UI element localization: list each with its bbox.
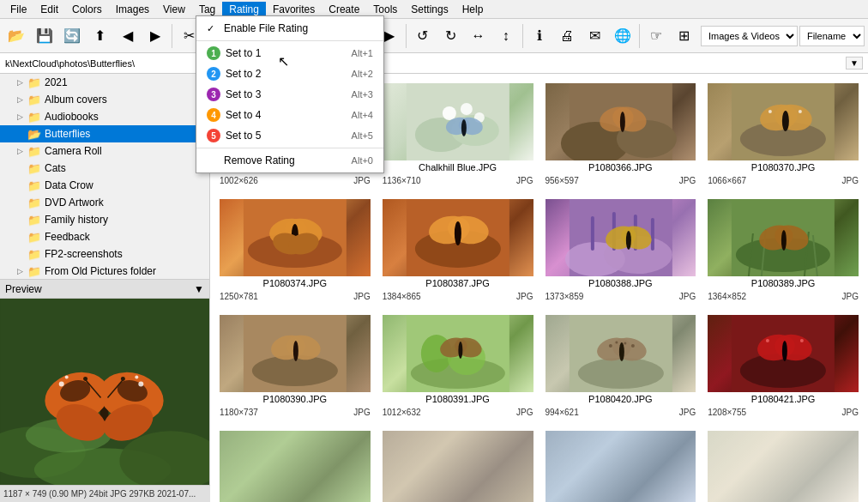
sidebar-item-label-album: Album covers: [45, 94, 107, 106]
photo-item-p1080388[interactable]: P1080388.JPG 1373×859 JPG: [543, 197, 699, 305]
sidebar-item-old-pictures[interactable]: ▷ 📁 From Old Pictures folder: [0, 263, 209, 280]
photo-item-p1080391[interactable]: P1080391.JPG 1012×632 JPG: [380, 312, 536, 421]
preview-status: 1187 × 749 (0.90 MP) 24bit JPG 297KB 202…: [0, 485, 210, 502]
folder-icon-datacrow: 📁: [27, 179, 41, 192]
photo-dims-p1080370: 1066×667: [708, 176, 746, 185]
photo-item-chalkhill[interactable]: Chalkhill Blue.JPG 1136×710 JPG: [380, 81, 536, 190]
menu-rating[interactable]: Rating: [222, 2, 266, 17]
photo-item-p1080374[interactable]: P1080374.JPG 1250×781 JPG: [217, 197, 373, 305]
photo-info-p1080421: 1208×755 JPG: [708, 406, 859, 419]
sidebar-item-camera-roll[interactable]: ▷ 📁 Camera Roll: [0, 142, 209, 160]
expand-icon-camera: ▷: [17, 147, 26, 155]
photo-info-p1080390: 1180×737 JPG: [220, 406, 371, 419]
photo-item-p1080387[interactable]: P1080387.JPG 1384×865 JPG: [380, 197, 536, 305]
menu-create[interactable]: Create: [322, 2, 366, 17]
svg-point-19: [121, 377, 125, 381]
photo-dims-p1080388: 1373×859: [546, 292, 584, 301]
menu-view[interactable]: View: [156, 2, 192, 17]
menu-favorites[interactable]: Favorites: [266, 2, 322, 17]
photo-dims-p1080389: 1364×852: [708, 292, 746, 301]
dropdown-set-4[interactable]: 4 Set to 4 Alt+4: [196, 105, 383, 125]
menu-file[interactable]: File: [3, 2, 33, 17]
rating-circle-2: 2: [207, 67, 220, 81]
rating-dropdown: ✓ Enable File Rating 1 Set to 1 Alt+1 2 …: [196, 15, 384, 173]
menu-colors[interactable]: Colors: [65, 2, 109, 17]
dropdown-set-3[interactable]: 3 Set to 3 Alt+3: [196, 84, 383, 105]
toolbar-rotate-right[interactable]: ↻: [437, 22, 463, 50]
sidebar-item-fp2[interactable]: 📁 FP2-screenshots: [0, 245, 209, 263]
dropdown-set-1[interactable]: 1 Set to 1 Alt+1: [196, 43, 383, 64]
toolbar-new[interactable]: 📂: [3, 22, 29, 50]
menu-settings[interactable]: Settings: [404, 2, 455, 17]
menu-images[interactable]: Images: [109, 2, 156, 17]
menu-tools[interactable]: Tools: [366, 2, 404, 17]
sidebar-item-data-crow[interactable]: 📁 Data Crow: [0, 177, 209, 194]
photo-item-p1080420[interactable]: P1080420.JPG 994×621 JPG: [543, 312, 699, 421]
toolbar-up[interactable]: ⬆: [87, 22, 112, 50]
rating-circle-5: 5: [207, 129, 220, 142]
sidebar-item-2021[interactable]: ▷ 📁 2021: [0, 74, 209, 91]
preview-label: Preview: [5, 283, 42, 295]
photo-type-p1080421: JPG: [842, 408, 859, 417]
rating-circle-3: 3: [207, 88, 220, 101]
svg-rect-62: [590, 216, 594, 251]
checkmark-icon: ✓: [207, 23, 220, 34]
toolbar-cursor[interactable]: ☞: [643, 22, 669, 50]
sidebar-item-album-covers[interactable]: ▷ 📁 Album covers: [0, 91, 209, 108]
photo-item-p1080390[interactable]: P1080390.JPG 1180×737 JPG: [217, 312, 373, 421]
sidebar-item-audiobooks[interactable]: ▷ 📁 Audiobooks: [0, 108, 209, 125]
photo-item-p1080366[interactable]: P1080366.JPG 956×597 JPG: [543, 81, 699, 190]
toolbar-save[interactable]: 💾: [31, 22, 57, 50]
svg-point-95: [615, 342, 618, 344]
photo-item-p1080437[interactable]: P1080437.JPG: [380, 428, 536, 502]
menu-edit[interactable]: Edit: [33, 2, 65, 17]
sidebar-item-label-family: Family history: [45, 214, 108, 226]
toolbar-flip-h[interactable]: ↔: [465, 22, 491, 50]
menu-tag[interactable]: Tag: [192, 2, 222, 17]
photo-item-p1080389[interactable]: P1080389.JPG 1364×852 JPG: [705, 197, 861, 305]
sort-select[interactable]: Filename Date Size: [799, 26, 865, 46]
svg-point-68: [625, 231, 630, 250]
toolbar-info[interactable]: ℹ: [527, 22, 552, 50]
folder-icon-camera: 📁: [27, 145, 41, 158]
sidebar-item-butterflies[interactable]: 📂 Butterflies: [0, 125, 209, 142]
expand-icon-album: ▷: [17, 95, 26, 104]
photo-item-p1080435[interactable]: P1080435.JPG: [217, 428, 373, 502]
sidebar-item-feedback[interactable]: 📁 Feedback: [0, 228, 209, 245]
toolbar-select-all[interactable]: ⊞: [672, 22, 697, 50]
expand-icon-family: [17, 215, 26, 224]
folder-icon-feedback: 📁: [27, 231, 41, 244]
photo-info-p1080389: 1364×852 JPG: [708, 290, 859, 303]
dropdown-set-2[interactable]: 2 Set to 2 Alt+2: [196, 64, 383, 84]
dropdown-set-5[interactable]: 5 Set to 5 Alt+5: [196, 125, 383, 146]
toolbar-forward[interactable]: ▶: [142, 22, 168, 50]
photo-thumb-p1080420: [546, 315, 696, 392]
toolbar-rotate-left[interactable]: ↺: [410, 22, 436, 50]
photo-item-p1080650[interactable]: P1080650.JPG: [705, 428, 861, 502]
sidebar-item-label-audiobooks: Audiobooks: [45, 111, 99, 123]
dropdown-remove-rating[interactable]: Remove Rating Alt+0: [196, 150, 383, 171]
sidebar-item-dvd[interactable]: 📁 DVD Artwork: [0, 194, 209, 211]
view-type-select[interactable]: Images & Videos All Files Images Only: [701, 26, 798, 46]
preview-header[interactable]: Preview ▼: [0, 280, 209, 299]
toolbar-back[interactable]: ◀: [114, 22, 140, 50]
sidebar-item-cats[interactable]: 📁 Cats: [0, 160, 209, 177]
toolbar-refresh[interactable]: 🔄: [59, 22, 85, 50]
photo-item-p1080370[interactable]: P1080370.JPG 1066×667 JPG: [705, 81, 861, 190]
photo-type-p1080390: JPG: [353, 408, 370, 417]
photo-thumb-p1080387: [383, 199, 533, 276]
photo-item-p1080560[interactable]: P1080560.JPG: [543, 428, 699, 502]
sidebar-item-family-history[interactable]: 📁 Family history: [0, 211, 209, 228]
svg-point-44: [782, 111, 789, 131]
toolbar-flip-v[interactable]: ↕: [493, 22, 519, 50]
remove-shortcut: Alt+0: [352, 155, 373, 166]
photo-item-p1080421[interactable]: P1080421.JPG 1208×755 JPG: [705, 312, 861, 421]
toolbar-web[interactable]: 🌐: [610, 22, 636, 50]
photo-name-p1080420: P1080420.JPG: [546, 392, 696, 406]
toolbar-print[interactable]: 🖨: [554, 22, 580, 50]
dropdown-enable-rating[interactable]: ✓ Enable File Rating: [196, 18, 383, 39]
shortcut-5: Alt+5: [352, 130, 373, 141]
addressbar-go[interactable]: ▼: [846, 57, 863, 70]
menu-help[interactable]: Help: [455, 2, 491, 17]
toolbar-email[interactable]: ✉: [582, 22, 608, 50]
